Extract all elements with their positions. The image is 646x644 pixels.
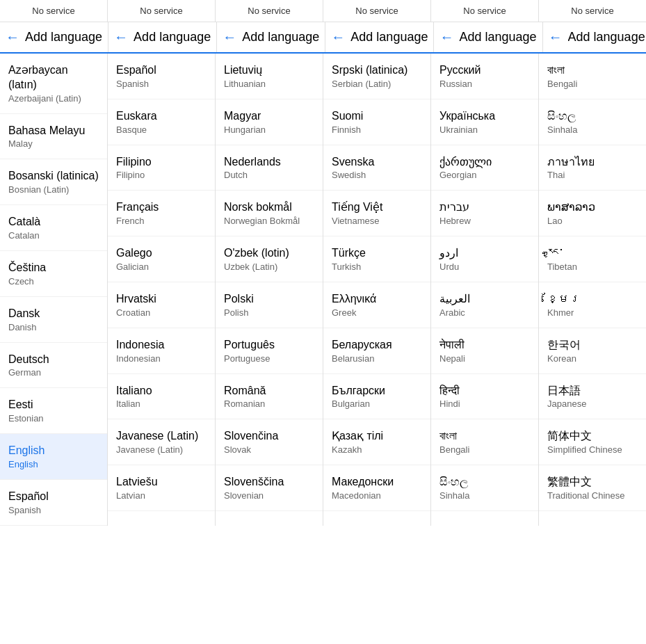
language-native-name: Galego: [116, 246, 207, 261]
language-list-item[interactable]: Norsk bokmålNorwegian Bokmål: [216, 191, 323, 236]
language-english-name: Bulgarian: [332, 399, 422, 409]
status-bar: No serviceNo serviceNo serviceNo service…: [0, 0, 646, 22]
language-list-item[interactable]: සිංහලSinhala: [539, 99, 646, 145]
language-list-item[interactable]: ItalianoItalian: [108, 374, 215, 420]
back-arrow-icon[interactable]: ←: [6, 29, 19, 45]
language-list-item[interactable]: Tiếng ViệtVietnamese: [323, 191, 430, 236]
language-list-item[interactable]: Bahasa MelayuMalay: [0, 114, 107, 160]
language-list-item[interactable]: Srpski (latinica)Serbian (Latin): [323, 54, 430, 99]
language-list-item[interactable]: РусскийRussian: [431, 54, 538, 99]
language-english-name: Bengali: [547, 79, 638, 89]
language-list-item[interactable]: EestiEstonian: [0, 388, 107, 434]
language-list-item[interactable]: සිංහලSinhala: [431, 465, 538, 511]
language-native-name: Français: [116, 200, 207, 215]
back-arrow-icon[interactable]: ←: [223, 29, 236, 45]
language-list-item[interactable]: МакедонскиMacedonian: [323, 465, 430, 511]
language-list-item[interactable]: Azərbaycan (latın)Azerbaijani (Latin): [0, 54, 107, 114]
language-list-item[interactable]: SuomiFinnish: [323, 99, 430, 145]
language-native-name: Slovenčina: [224, 429, 314, 444]
language-list-item[interactable]: FrançaisFrench: [108, 191, 215, 236]
language-list-item[interactable]: Javanese (Latin)Javanese (Latin): [108, 419, 215, 465]
status-item: No service: [431, 0, 539, 22]
language-list-item[interactable]: नेपालीNepali: [431, 328, 538, 374]
status-item: No service: [539, 0, 646, 22]
language-list-item[interactable]: LietuviųLithuanian: [216, 54, 323, 99]
language-list-item[interactable]: বাংলাBengali: [431, 419, 538, 465]
back-arrow-icon[interactable]: ←: [549, 29, 563, 45]
language-list-item[interactable]: PolskiPolish: [216, 282, 323, 328]
language-native-name: ქართული: [439, 155, 530, 170]
status-item: No service: [108, 0, 216, 22]
back-arrow-icon[interactable]: ←: [114, 29, 128, 45]
language-english-name: Latvian: [116, 490, 207, 501]
language-list-item[interactable]: SvenskaSwedish: [323, 145, 430, 191]
language-english-name: Finnish: [332, 124, 422, 135]
language-list-item[interactable]: RomânăRomanian: [216, 374, 323, 420]
language-list-item[interactable]: CatalàCatalan: [0, 205, 107, 251]
language-english-name: Spanish: [8, 505, 99, 515]
header-panel: ←Add language: [0, 22, 108, 52]
language-list-item[interactable]: IndonesiaIndonesian: [108, 328, 215, 374]
language-list-item[interactable]: EspañolSpanish: [108, 54, 215, 99]
language-list-item[interactable]: རྒྱང་Tibetan: [539, 236, 646, 282]
language-native-name: 简体中文: [547, 429, 638, 444]
language-native-name: Dansk: [8, 307, 99, 321]
language-english-name: Russian: [439, 79, 530, 89]
language-list-item[interactable]: MagyarHungarian: [216, 99, 323, 145]
back-arrow-icon[interactable]: ←: [331, 29, 345, 45]
language-english-name: Hebrew: [439, 216, 530, 226]
language-list-item[interactable]: DeutschGerman: [0, 343, 107, 389]
language-list-item[interactable]: EspañolSpanish: [0, 480, 107, 526]
language-list-item[interactable]: LatviešuLatvian: [108, 465, 215, 511]
header-panel: ←Add language: [434, 22, 542, 52]
language-list-item[interactable]: GalegoGalician: [108, 236, 215, 282]
language-list-item[interactable]: PortuguêsPortuguese: [216, 328, 323, 374]
language-native-name: اردو: [439, 246, 530, 261]
language-list-item[interactable]: Bosanski (latinica)Bosnian (Latin): [0, 159, 107, 205]
language-english-name: Azerbaijani (Latin): [8, 93, 99, 104]
language-native-name: 한국어: [547, 338, 638, 353]
language-list-item[interactable]: SlovenčinaSlovak: [216, 419, 323, 465]
language-list-item[interactable]: עבריתHebrew: [431, 191, 538, 236]
language-list-item[interactable]: Қазақ тіліKazakh: [323, 419, 430, 465]
language-english-name: Bengali: [439, 444, 530, 455]
language-list-item[interactable]: ພາສາລາວLao: [539, 191, 646, 236]
language-native-name: Čeština: [8, 261, 99, 275]
language-list-item[interactable]: 繁體中文Traditional Chinese: [539, 465, 646, 511]
language-list-item[interactable]: 한국어Korean: [539, 328, 646, 374]
language-list-item[interactable]: БеларускаяBelarusian: [323, 328, 430, 374]
language-list-item[interactable]: TürkçeTurkish: [323, 236, 430, 282]
language-native-name: Latviešu: [116, 475, 207, 490]
language-english-name: Indonesian: [116, 353, 207, 364]
language-list-item[interactable]: SlovenščinaSlovenian: [216, 465, 323, 511]
language-list-item[interactable]: HrvatskiCroatian: [108, 282, 215, 328]
back-arrow-icon[interactable]: ←: [439, 29, 453, 45]
language-native-name: Polski: [224, 292, 314, 307]
language-list-item[interactable]: FilipinoFilipino: [108, 145, 215, 191]
header-panel: ←Add language: [108, 22, 217, 52]
language-english-name: Korean: [547, 353, 638, 364]
language-list-item[interactable]: УкраїнськаUkrainian: [431, 99, 538, 145]
language-list-item[interactable]: БългарскиBulgarian: [323, 374, 430, 420]
language-list-item[interactable]: ČeštinaCzech: [0, 251, 107, 297]
language-english-name: Japanese: [547, 399, 638, 409]
language-list-item[interactable]: বাংলাBengali: [539, 54, 646, 99]
language-list-item[interactable]: 日本語Japanese: [539, 374, 646, 420]
page-title: Add language: [459, 30, 536, 45]
language-list-item[interactable]: EuskaraBasque: [108, 99, 215, 145]
language-list-item[interactable]: 简体中文Simplified Chinese: [539, 419, 646, 465]
language-list-item[interactable]: ខ្មែរKhmer: [539, 282, 646, 328]
language-list-item[interactable]: EnglishEnglish: [0, 434, 107, 480]
language-list-item[interactable]: हिन्दीHindi: [431, 374, 538, 420]
language-list-item[interactable]: DanskDanish: [0, 297, 107, 343]
language-list-item[interactable]: ภาษาไทยThai: [539, 145, 646, 191]
language-list-item[interactable]: اردوUrdu: [431, 236, 538, 282]
language-native-name: ខ្មែរ: [547, 292, 638, 307]
language-list-item[interactable]: ქართულიGeorgian: [431, 145, 538, 191]
language-list-item[interactable]: O'zbek (lotin)Uzbek (Latin): [216, 236, 323, 282]
language-english-name: Simplified Chinese: [547, 444, 638, 455]
language-english-name: Vietnamese: [332, 216, 422, 226]
language-list-item[interactable]: العربيةArabic: [431, 282, 538, 328]
language-list-item[interactable]: NederlandsDutch: [216, 145, 323, 191]
language-list-item[interactable]: ΕλληνικάGreek: [323, 282, 430, 328]
